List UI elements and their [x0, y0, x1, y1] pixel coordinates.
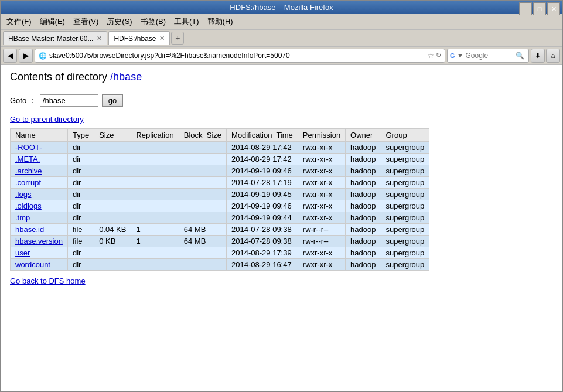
- col-replication: Replication: [131, 129, 179, 142]
- menu-tools[interactable]: 工具(T): [170, 15, 203, 28]
- forward-button[interactable]: ▶: [19, 49, 33, 63]
- cell-type: dir: [67, 200, 94, 212]
- menu-history[interactable]: 历史(S): [103, 15, 135, 28]
- cell-permission: rwxr-xr-x: [298, 212, 345, 224]
- cell-owner: hadoop: [346, 165, 381, 177]
- cell-replication: [131, 259, 179, 271]
- menu-file[interactable]: 文件(F): [3, 15, 35, 28]
- address-bar: ◀ ▶ 🌐 slave0:50075/browseDirectory.jsp?d…: [1, 47, 562, 65]
- home-button[interactable]: ⌂: [546, 49, 560, 63]
- table-body: -ROOT-dir2014-08-29 17:42rwxr-xr-xhadoop…: [11, 142, 429, 271]
- cell-block-size: [179, 177, 226, 189]
- goto-input[interactable]: [40, 94, 98, 107]
- cell-block-size: [179, 189, 226, 200]
- cell-replication: [131, 247, 179, 259]
- menu-help[interactable]: 帮助(H): [204, 15, 237, 28]
- tab-hdfs-hbase-label: HDFS:/hbase: [114, 35, 156, 43]
- cell-size: [94, 142, 131, 154]
- cell-owner: hadoop: [346, 177, 381, 189]
- minimize-button[interactable]: ─: [519, 2, 532, 15]
- cell-block-size: 64 MB: [179, 236, 226, 247]
- cell-group: supergroup: [381, 236, 429, 247]
- cell-replication: [131, 189, 179, 200]
- file-link[interactable]: -ROOT-: [15, 143, 42, 152]
- cell-group: supergroup: [381, 189, 429, 200]
- directory-link[interactable]: /hbase: [110, 71, 142, 83]
- search-input[interactable]: [465, 52, 512, 60]
- file-link[interactable]: hbase.version: [15, 237, 63, 246]
- file-link[interactable]: .archive: [15, 166, 42, 175]
- cell-owner: hadoop: [346, 247, 381, 259]
- cell-replication: [131, 165, 179, 177]
- url-bar[interactable]: 🌐 slave0:50075/browseDirectory.jsp?dir=%…: [35, 49, 445, 63]
- cell-replication: [131, 154, 179, 165]
- cell-owner: hadoop: [346, 224, 381, 236]
- cell-name: .corrupt: [11, 177, 68, 189]
- cell-size: 0 KB: [94, 236, 131, 247]
- cell-permission: rwxr-xr-x: [298, 189, 345, 200]
- cell-mod-time: 2014-07-28 09:38: [227, 224, 298, 236]
- google-icon: G: [450, 52, 455, 59]
- cell-type: dir: [67, 154, 94, 165]
- cell-name: .META.: [11, 154, 68, 165]
- tab-bar: HBase Master: Master,60... ✕ HDFS:/hbase…: [1, 30, 562, 47]
- maximize-button[interactable]: □: [533, 2, 546, 15]
- cell-type: dir: [67, 259, 94, 271]
- cell-size: [94, 189, 131, 200]
- cell-group: supergroup: [381, 247, 429, 259]
- parent-directory-link[interactable]: Go to parent directory: [10, 115, 553, 124]
- goto-row: Goto ： go: [10, 94, 553, 107]
- file-link[interactable]: hbase.id: [15, 225, 44, 234]
- dfs-home-link[interactable]: Go back to DFS home: [10, 277, 553, 285]
- back-button[interactable]: ◀: [3, 49, 17, 63]
- download-button[interactable]: ⬇: [531, 49, 545, 63]
- file-link[interactable]: .oldlogs: [15, 202, 42, 210]
- cell-size: [94, 212, 131, 224]
- lock-icon: 🌐: [39, 52, 47, 60]
- file-link[interactable]: wordcount: [15, 260, 50, 269]
- cell-permission: rw-r--r--: [298, 224, 345, 236]
- separator: [10, 88, 553, 88]
- page-title-text: Contents of directory: [10, 71, 110, 83]
- cell-owner: hadoop: [346, 200, 381, 212]
- cell-mod-time: 2014-07-28 09:38: [227, 236, 298, 247]
- file-link[interactable]: .META.: [15, 155, 40, 163]
- cell-size: 0.04 KB: [94, 224, 131, 236]
- cell-mod-time: 2014-09-19 09:46: [227, 165, 298, 177]
- cell-size: [94, 259, 131, 271]
- search-go-button[interactable]: 🔍: [514, 50, 526, 62]
- table-row: .corruptdir2014-07-28 17:19rwxr-xr-xhado…: [11, 177, 429, 189]
- tab-hdfs-hbase-close[interactable]: ✕: [159, 35, 165, 42]
- cell-mod-time: 2014-07-28 17:19: [227, 177, 298, 189]
- window-controls: ─ □ ✕: [519, 2, 560, 15]
- cell-block-size: [179, 142, 226, 154]
- cell-replication: [131, 177, 179, 189]
- tab-hbase-master[interactable]: HBase Master: Master,60... ✕: [3, 31, 107, 45]
- cell-name: wordcount: [11, 259, 68, 271]
- cell-mod-time: 2014-09-19 09:45: [227, 189, 298, 200]
- file-link[interactable]: .corrupt: [15, 178, 41, 187]
- cell-owner: hadoop: [346, 189, 381, 200]
- table-row: hbase.versionfile0 KB164 MB2014-07-28 09…: [11, 236, 429, 247]
- cell-type: dir: [67, 212, 94, 224]
- cell-block-size: [179, 200, 226, 212]
- file-link[interactable]: .tmp: [15, 213, 30, 222]
- new-tab-button[interactable]: +: [171, 32, 184, 45]
- table-row: -ROOT-dir2014-08-29 17:42rwxr-xr-xhadoop…: [11, 142, 429, 154]
- cell-group: supergroup: [381, 224, 429, 236]
- tab-hbase-master-close[interactable]: ✕: [97, 35, 102, 42]
- close-button[interactable]: ✕: [547, 2, 560, 15]
- goto-button[interactable]: go: [102, 94, 123, 107]
- search-label: ▼: [457, 52, 464, 60]
- menu-view[interactable]: 查看(V): [70, 15, 102, 28]
- cell-group: supergroup: [381, 259, 429, 271]
- menu-edit[interactable]: 编辑(E): [36, 15, 69, 28]
- cell-name: .archive: [11, 165, 68, 177]
- file-link[interactable]: user: [15, 248, 30, 257]
- cell-group: supergroup: [381, 177, 429, 189]
- col-mod-time: Modification Time: [227, 129, 298, 142]
- tab-hdfs-hbase[interactable]: HDFS:/hbase ✕: [108, 31, 170, 45]
- cell-owner: hadoop: [346, 212, 381, 224]
- menu-bookmarks[interactable]: 书签(B): [137, 15, 169, 28]
- file-link[interactable]: .logs: [15, 190, 31, 199]
